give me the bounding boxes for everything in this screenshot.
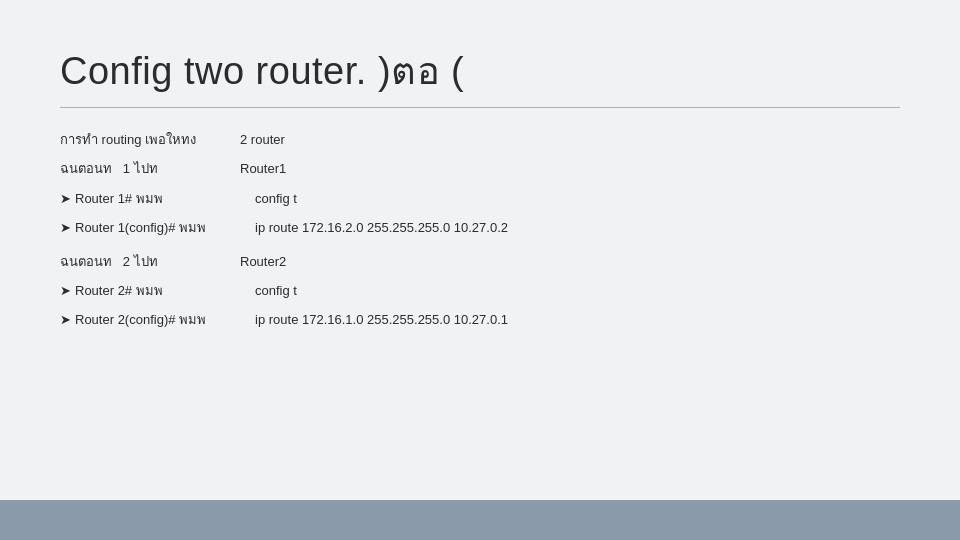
cmd2-row: ➤ Router 1(config)# พมพ ip route 172.16.… <box>60 216 900 239</box>
cmd1-value: config t <box>255 187 297 210</box>
cmd4-value: ip route 172.16.1.0 255.255.255.0 10.27.… <box>255 308 508 331</box>
cmd1-row: ➤ Router 1# พมพ config t <box>60 187 900 210</box>
cmd4-prompt: Router 2(config)# พมพ <box>75 308 255 331</box>
cmd3-arrow: ➤ <box>60 279 71 302</box>
cmd3-value: config t <box>255 279 297 302</box>
cmd2-value: ip route 172.16.2.0 255.255.255.0 10.27.… <box>255 216 508 239</box>
cmd4-arrow: ➤ <box>60 308 71 331</box>
cmd4-row: ➤ Router 2(config)# พมพ ip route 172.16.… <box>60 308 900 331</box>
step1-target: Router1 <box>240 157 286 180</box>
title-divider <box>60 107 900 108</box>
bottom-bar <box>0 500 960 540</box>
step1-row: ฉนตอนท 1 ไปท Router1 <box>60 157 900 180</box>
cmd3-row: ➤ Router 2# พมพ config t <box>60 279 900 302</box>
cmd2-arrow: ➤ <box>60 216 71 239</box>
step2-target: Router2 <box>240 250 286 273</box>
routing-intro-row: การทำ routing เพอใหทง 2 router <box>60 128 900 151</box>
step2-row: ฉนตอนท 2 ไปท Router2 <box>60 250 900 273</box>
routing-label: การทำ routing เพอใหทง <box>60 128 240 151</box>
routing-value: 2 router <box>240 128 285 151</box>
cmd2-prompt: Router 1(config)# พมพ <box>75 216 255 239</box>
cmd3-prompt: Router 2# พมพ <box>75 279 255 302</box>
step1-label: ฉนตอนท 1 ไปท <box>60 157 240 180</box>
step2-label: ฉนตอนท 2 ไปท <box>60 250 240 273</box>
cmd1-arrow: ➤ <box>60 187 71 210</box>
slide-title: Config two router. )ตอ ( <box>60 40 900 101</box>
cmd1-prompt: Router 1# พมพ <box>75 187 255 210</box>
